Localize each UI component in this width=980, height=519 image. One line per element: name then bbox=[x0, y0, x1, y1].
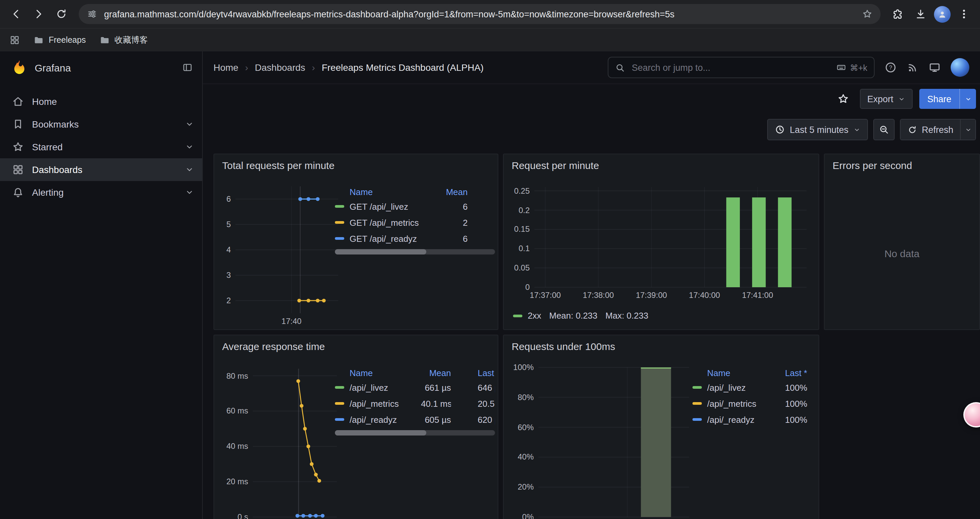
reload-button[interactable] bbox=[52, 5, 71, 23]
legend-column-header[interactable]: Name bbox=[335, 368, 421, 378]
series-color-marker bbox=[692, 386, 702, 389]
export-label: Export bbox=[867, 94, 893, 104]
bookmark-star-icon[interactable] bbox=[862, 9, 873, 19]
refresh-icon bbox=[907, 125, 917, 134]
total-requests-chart[interactable]: 6543217:40 bbox=[221, 184, 341, 330]
apps-grid-icon[interactable] bbox=[10, 35, 20, 45]
sidebar-item-home[interactable]: Home bbox=[0, 90, 202, 113]
legend-column-header[interactable]: Name bbox=[692, 368, 773, 378]
bookmark-folder-freeleaps[interactable]: Freeleaps bbox=[33, 35, 86, 45]
y-axis-tick-label: 0 s bbox=[221, 512, 248, 519]
chevron-down-icon[interactable] bbox=[185, 188, 194, 197]
zoom-out-button[interactable] bbox=[873, 119, 894, 140]
y-axis-tick-label: 0.15 bbox=[509, 225, 530, 234]
y-axis-tick-label: 60% bbox=[509, 423, 534, 432]
browser-profile-avatar[interactable] bbox=[934, 6, 951, 22]
series-color-marker bbox=[513, 314, 522, 317]
downloads-button[interactable] bbox=[911, 5, 930, 23]
share-menu-button[interactable] bbox=[959, 89, 976, 109]
sidebar-item-dashboards[interactable]: Dashboards bbox=[0, 158, 202, 181]
panel-title[interactable]: Average response time bbox=[222, 341, 325, 352]
legend-series-name[interactable]: 2xx bbox=[528, 311, 541, 321]
legend-series-name[interactable]: /api/_livez bbox=[707, 382, 746, 393]
back-button[interactable] bbox=[7, 5, 25, 23]
y-axis-tick-label: 40% bbox=[509, 452, 534, 462]
legend-column-header[interactable]: Name bbox=[335, 187, 431, 197]
legend-scrollbar[interactable] bbox=[335, 430, 495, 436]
panel-title[interactable]: Total requests per minute bbox=[222, 160, 334, 171]
legend-series-name[interactable]: /api/_readyz bbox=[350, 414, 397, 425]
search-box[interactable]: ⌘+k bbox=[608, 57, 875, 78]
legend-series-name[interactable]: /api/_metrics bbox=[350, 398, 399, 409]
user-avatar[interactable] bbox=[951, 58, 969, 77]
legend-column-header[interactable]: Mean bbox=[421, 368, 451, 378]
forward-button[interactable] bbox=[29, 5, 48, 23]
sidebar-header: Grafana bbox=[0, 51, 202, 83]
screen: Freeleaps 收藏博客 Grafana HomeBookmarksStar… bbox=[0, 0, 980, 519]
legend-series-name[interactable]: GET /api/_readyz bbox=[350, 233, 417, 243]
sidebar-item-label: Dashboards bbox=[32, 164, 83, 175]
url-input[interactable] bbox=[104, 4, 855, 24]
average-response-time-chart[interactable]: 80 ms60 ms40 ms20 ms0 s17:40 bbox=[221, 365, 341, 519]
panel-title[interactable]: Requests under 100ms bbox=[512, 341, 615, 352]
time-range-picker[interactable]: Last 5 minutes bbox=[767, 119, 868, 140]
legend-row: GET /api/_metrics2 bbox=[335, 214, 468, 230]
legend-scrollbar[interactable] bbox=[335, 249, 495, 254]
chevron-down-icon[interactable] bbox=[185, 142, 194, 152]
refresh-split-button: Refresh bbox=[900, 119, 976, 140]
requests-under-100ms-chart[interactable]: 100%80%60%40%20%0%17:40 bbox=[509, 365, 696, 519]
share-button[interactable]: Share bbox=[919, 89, 959, 109]
monitor-icon[interactable] bbox=[929, 61, 941, 73]
legend-series-name[interactable]: /api/_metrics bbox=[707, 398, 756, 409]
chevron-down-icon[interactable] bbox=[185, 165, 194, 174]
dashboard-actions: Export Share bbox=[203, 84, 980, 113]
url-bar[interactable] bbox=[79, 4, 881, 24]
browser-menu-button[interactable] bbox=[955, 5, 973, 23]
legend-column-header[interactable]: Mean bbox=[431, 187, 468, 197]
legend-series-name[interactable]: GET /api/_metrics bbox=[350, 217, 419, 227]
legend-column-header[interactable]: Last bbox=[451, 368, 495, 378]
breadcrumb: Home›Dashboards›Freeleaps Metrics Dashbo… bbox=[213, 62, 598, 73]
breadcrumb-item[interactable]: Dashboards bbox=[255, 62, 305, 73]
favorite-star-button[interactable] bbox=[833, 89, 853, 109]
panel-title[interactable]: Request per minute bbox=[512, 160, 599, 171]
help-icon[interactable]: ? bbox=[885, 61, 897, 73]
y-axis-tick-label: 2 bbox=[221, 296, 231, 305]
news-rss-icon[interactable] bbox=[907, 61, 919, 73]
x-axis-tick-label: 17:40 bbox=[261, 316, 321, 326]
breadcrumb-separator: › bbox=[245, 62, 248, 73]
series-color-marker bbox=[335, 418, 344, 421]
legend-series-name[interactable]: GET /api/_livez bbox=[350, 201, 408, 211]
sidebar-item-starred[interactable]: Starred bbox=[0, 136, 202, 158]
refresh-button[interactable]: Refresh bbox=[900, 120, 960, 140]
star-icon bbox=[837, 93, 849, 105]
legend-series-name[interactable]: /api/_livez bbox=[350, 382, 388, 393]
clock-icon bbox=[775, 124, 785, 135]
legend-value: 620 µs bbox=[451, 414, 495, 425]
main-area: Home›Dashboards›Freeleaps Metrics Dashbo… bbox=[203, 51, 980, 519]
legend-series-name[interactable]: /api/_readyz bbox=[707, 414, 754, 425]
sidebar-item-bookmarks[interactable]: Bookmarks bbox=[0, 113, 202, 136]
extensions-button[interactable] bbox=[889, 5, 907, 23]
bookmark-folder-blogs[interactable]: 收藏博客 bbox=[99, 34, 148, 46]
request-per-minute-chart[interactable]: 0.250.20.150.10.05017:37:0017:38:0017:39… bbox=[509, 181, 815, 308]
refresh-interval-button[interactable] bbox=[960, 120, 975, 140]
scrollbar-thumb[interactable] bbox=[335, 430, 426, 436]
search-input[interactable] bbox=[630, 62, 831, 73]
panel-requests-under-100ms: Requests under 100ms 100%80%60%40%20%0%1… bbox=[503, 335, 819, 519]
grafana-logo[interactable] bbox=[11, 59, 28, 76]
legend-row: /api/_livez100% bbox=[692, 379, 807, 395]
scrollbar-thumb[interactable] bbox=[335, 249, 426, 254]
dock-sidebar-icon[interactable] bbox=[182, 62, 193, 73]
export-button[interactable]: Export bbox=[860, 89, 913, 109]
sidebar-item-label: Bookmarks bbox=[32, 119, 79, 129]
legend-table: NameMeanGET /api/_livez6GET /api/_metric… bbox=[335, 185, 495, 246]
breadcrumb-item[interactable]: Home bbox=[213, 62, 239, 73]
site-settings-icon[interactable] bbox=[87, 9, 97, 19]
series-color-marker bbox=[335, 402, 344, 405]
chevron-down-icon[interactable] bbox=[185, 120, 194, 129]
sidebar-item-label: Home bbox=[32, 96, 57, 107]
panel-title[interactable]: Errors per second bbox=[832, 160, 912, 171]
legend-column-header[interactable]: Last * bbox=[773, 368, 807, 378]
sidebar-item-alerting[interactable]: Alerting bbox=[0, 181, 202, 204]
